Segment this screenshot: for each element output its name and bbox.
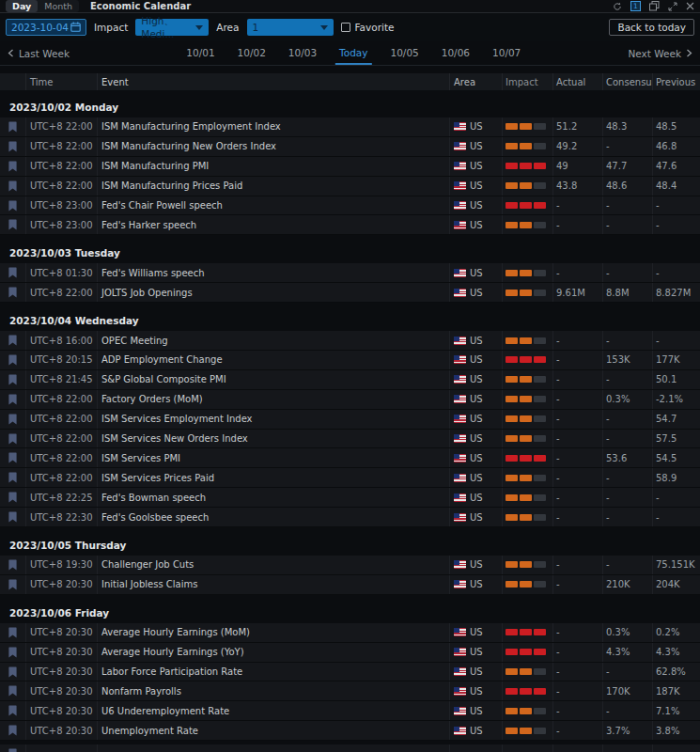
- area-cell: US: [450, 215, 503, 234]
- event-row[interactable]: UTC+8 22:00ISM Manufacturing PMIUS4947.7…: [0, 157, 700, 177]
- area-select[interactable]: 1: [247, 19, 334, 36]
- bookmark-icon[interactable]: [8, 414, 17, 425]
- area-cell: US: [450, 331, 503, 350]
- consensus-cell: -: [603, 196, 653, 215]
- bookmark-icon[interactable]: [8, 748, 17, 752]
- actual-cell: -: [553, 196, 603, 215]
- bookmark-icon[interactable]: [8, 161, 17, 172]
- previous-cell: -: [653, 263, 700, 282]
- week-day-10-01[interactable]: 10/01: [175, 42, 226, 65]
- bookmark-icon[interactable]: [8, 579, 17, 590]
- last-week-button[interactable]: Last Week: [8, 48, 70, 59]
- event-row[interactable]: UTC+8 20:30Labor Force Participation Rat…: [0, 663, 700, 682]
- bookmark-icon[interactable]: [8, 627, 17, 638]
- bookmark-icon[interactable]: [8, 705, 17, 716]
- panel-count-1-icon[interactable]: 1: [630, 1, 641, 11]
- event-row[interactable]: UTC+8 22:30Fed's Goolsbee speechUS---: [0, 508, 700, 527]
- event-row[interactable]: UTC+8 22:00Factory Orders (MoM)US-0.3%-2…: [0, 390, 700, 410]
- next-week-button[interactable]: Next Week: [628, 48, 692, 59]
- event-row[interactable]: UTC+8 22:00ISM Services New Orders Index…: [0, 430, 700, 449]
- area-cell: US: [450, 118, 503, 136]
- bookmark-icon[interactable]: [8, 267, 17, 278]
- tab-month[interactable]: Month: [38, 0, 79, 12]
- bookmark-icon[interactable]: [8, 121, 17, 133]
- bookmark-icon[interactable]: [8, 180, 17, 192]
- bookmark-icon[interactable]: [8, 200, 17, 212]
- bookmark-icon[interactable]: [8, 511, 17, 523]
- area-cell: US: [450, 448, 503, 467]
- event-row[interactable]: UTC+8 22:00ISM Services Employment Index…: [0, 410, 700, 430]
- event-row[interactable]: UTC+8 20:30Average Hourly Earnings (YoY)…: [0, 643, 700, 663]
- bookmark-icon[interactable]: [8, 287, 17, 298]
- event-row[interactable]: UTC+8 16:00OPEC MeetingUS---: [0, 331, 700, 351]
- event-row-partial[interactable]: [0, 744, 700, 752]
- bookmark-icon[interactable]: [8, 219, 17, 230]
- bookmark-icon[interactable]: [8, 354, 17, 366]
- week-day-10-02[interactable]: 10/02: [226, 42, 277, 65]
- actual-cell: -: [553, 468, 603, 487]
- time-cell: UTC+8 20:30: [26, 643, 98, 662]
- week-day-10-03[interactable]: 10/03: [277, 42, 328, 65]
- impact-medium-bars: [506, 396, 546, 402]
- bookmark-icon[interactable]: [8, 374, 17, 385]
- event-row[interactable]: UTC+8 23:00Fed's Harker speechUS---: [0, 215, 700, 235]
- event-row[interactable]: UTC+8 20:30Unemployment RateUS-3.7%3.8%: [0, 721, 700, 741]
- date-picker[interactable]: 2023-10-04: [6, 19, 86, 36]
- consensus-cell: -: [603, 331, 653, 350]
- impact-cell: [503, 430, 553, 448]
- windows-icon[interactable]: [649, 1, 660, 11]
- event-row[interactable]: UTC+8 22:00ISM Services Prices PaidUS--5…: [0, 468, 700, 488]
- close-icon[interactable]: [686, 2, 694, 10]
- event-row[interactable]: UTC+8 19:30Challenger Job CutsUS--75.151…: [0, 556, 700, 575]
- event-row[interactable]: UTC+8 21:45S&P Global Composite PMIUS--5…: [0, 370, 700, 390]
- event-row[interactable]: UTC+8 22:00ISM Services PMIUS-53.654.5: [0, 448, 700, 468]
- date-value: 2023-10-04: [11, 22, 69, 33]
- event-row[interactable]: UTC+8 22:00JOLTS Job OpeningsUS9.61M8.8M…: [0, 283, 700, 303]
- bookmark-icon[interactable]: [8, 394, 17, 405]
- event-row[interactable]: UTC+8 23:00Fed's Chair Powell speechUS--…: [0, 196, 700, 216]
- bookmark-icon[interactable]: [8, 647, 17, 658]
- week-day-today[interactable]: Today: [328, 42, 379, 65]
- bookmark-icon[interactable]: [8, 335, 17, 346]
- actual-cell: -: [553, 508, 603, 526]
- expand-icon[interactable]: [668, 2, 677, 11]
- impact-select[interactable]: High、Medi...: [135, 19, 209, 36]
- bookmark-icon[interactable]: [8, 559, 17, 571]
- event-row[interactable]: UTC+8 22:00ISM Manufacturing New Orders …: [0, 137, 700, 157]
- actual-cell: -: [553, 488, 603, 507]
- area-label: US: [470, 706, 483, 716]
- impact-cell: [503, 331, 553, 350]
- event-row[interactable]: UTC+8 20:15ADP Employment ChangeUS-153K1…: [0, 351, 700, 370]
- back-to-today-button[interactable]: Back to today: [609, 19, 694, 36]
- area-label: US: [470, 647, 483, 657]
- event-row[interactable]: UTC+8 20:30Initial Jobless ClaimsUS-210K…: [0, 575, 700, 595]
- event-row[interactable]: UTC+8 20:30U6 Underemployment RateUS--7.…: [0, 701, 700, 721]
- event-row[interactable]: UTC+8 20:30Nonfarm PayrollsUS-170K187K: [0, 682, 700, 701]
- favorite-checkbox[interactable]: Favorite: [341, 22, 395, 33]
- event-row[interactable]: UTC+8 22:00ISM Manufacturing Prices Paid…: [0, 177, 700, 196]
- week-day-10-05[interactable]: 10/05: [379, 42, 429, 65]
- tab-day[interactable]: Day: [6, 0, 38, 12]
- bookmark-icon[interactable]: [8, 452, 17, 463]
- bookmark-icon[interactable]: [8, 492, 17, 503]
- bookmark-icon[interactable]: [8, 685, 17, 697]
- impact-cell: [503, 263, 553, 282]
- event-row[interactable]: UTC+8 22:00ISM Manufacturing Employment …: [0, 118, 700, 137]
- bookmark-icon[interactable]: [8, 141, 17, 152]
- impact-medium-bars: [506, 435, 546, 442]
- bookmark-icon[interactable]: [8, 433, 17, 445]
- previous-cell: 7.1%: [653, 701, 700, 720]
- week-day-10-07[interactable]: 10/07: [481, 42, 532, 65]
- bookmark-icon[interactable]: [8, 666, 17, 678]
- event-row[interactable]: UTC+8 22:25Fed's Bowman speechUS---: [0, 488, 700, 508]
- column-time: Time: [26, 73, 98, 90]
- event-row[interactable]: UTC+8 01:30Fed's Williams speechUS---: [0, 263, 700, 283]
- previous-cell: 58.9: [653, 468, 700, 487]
- week-day-10-06[interactable]: 10/06: [430, 42, 481, 65]
- bookmark-icon[interactable]: [8, 472, 17, 483]
- event-cell: Fed's Harker speech: [98, 215, 450, 234]
- refresh-icon[interactable]: [613, 2, 622, 11]
- bookmark-icon[interactable]: [8, 725, 17, 736]
- previous-cell: -: [653, 488, 700, 507]
- event-row[interactable]: UTC+8 20:30Average Hourly Earnings (MoM)…: [0, 623, 700, 643]
